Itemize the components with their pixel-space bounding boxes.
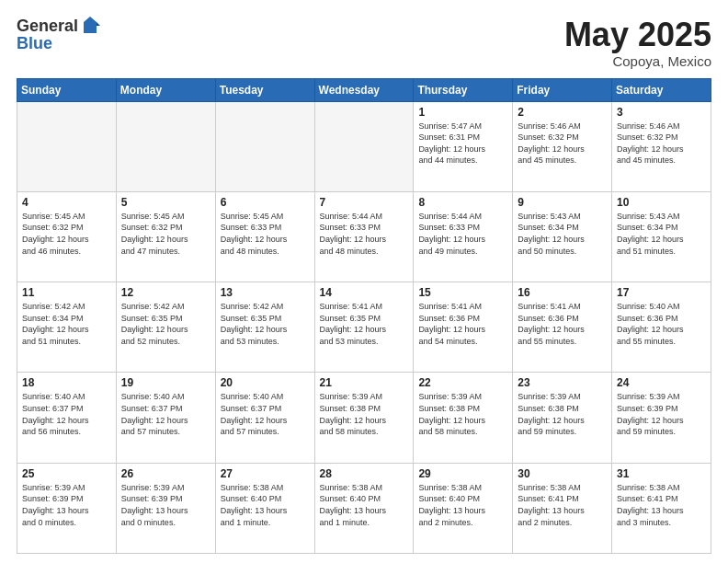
day-cell: 24Sunrise: 5:39 AM Sunset: 6:39 PM Dayli…	[612, 373, 711, 463]
day-cell: 7Sunrise: 5:44 AM Sunset: 6:33 PM Daylig…	[314, 191, 414, 282]
location: Copoya, Mexico	[564, 53, 711, 69]
day-number: 14	[320, 286, 409, 299]
day-info: Sunrise: 5:38 AM Sunset: 6:40 PM Dayligh…	[221, 482, 310, 528]
svg-marker-0	[84, 17, 97, 33]
day-number: 30	[518, 467, 607, 480]
day-cell: 2Sunrise: 5:46 AM Sunset: 6:32 PM Daylig…	[513, 101, 612, 191]
day-cell: 23Sunrise: 5:39 AM Sunset: 6:38 PM Dayli…	[513, 373, 612, 463]
day-cell: 20Sunrise: 5:40 AM Sunset: 6:37 PM Dayli…	[215, 373, 314, 463]
day-number: 26	[121, 467, 210, 480]
day-info: Sunrise: 5:46 AM Sunset: 6:32 PM Dayligh…	[617, 121, 706, 167]
day-number: 23	[518, 376, 607, 389]
day-number: 8	[418, 196, 507, 209]
header-wednesday: Wednesday	[314, 78, 414, 101]
header-monday: Monday	[116, 78, 215, 101]
day-info: Sunrise: 5:39 AM Sunset: 6:39 PM Dayligh…	[121, 482, 210, 528]
day-cell: 22Sunrise: 5:39 AM Sunset: 6:38 PM Dayli…	[414, 373, 513, 463]
day-number: 13	[221, 286, 310, 299]
day-info: Sunrise: 5:43 AM Sunset: 6:34 PM Dayligh…	[518, 211, 607, 257]
day-number: 1	[418, 106, 507, 119]
day-cell: 15Sunrise: 5:41 AM Sunset: 6:36 PM Dayli…	[414, 282, 513, 373]
day-number: 25	[22, 467, 111, 480]
calendar-table: Sunday Monday Tuesday Wednesday Thursday…	[17, 78, 711, 554]
day-number: 2	[518, 106, 607, 119]
day-cell: 17Sunrise: 5:40 AM Sunset: 6:36 PM Dayli…	[612, 282, 711, 373]
day-cell	[17, 101, 117, 191]
logo-icon	[80, 17, 100, 35]
day-number: 4	[22, 196, 111, 209]
day-cell: 10Sunrise: 5:43 AM Sunset: 6:34 PM Dayli…	[612, 191, 711, 282]
day-info: Sunrise: 5:38 AM Sunset: 6:41 PM Dayligh…	[518, 482, 607, 528]
day-info: Sunrise: 5:39 AM Sunset: 6:39 PM Dayligh…	[22, 482, 111, 528]
day-cell: 5Sunrise: 5:45 AM Sunset: 6:32 PM Daylig…	[116, 191, 215, 282]
day-info: Sunrise: 5:45 AM Sunset: 6:33 PM Dayligh…	[221, 211, 310, 257]
day-cell	[314, 101, 414, 191]
day-number: 20	[221, 376, 310, 389]
day-info: Sunrise: 5:45 AM Sunset: 6:32 PM Dayligh…	[121, 211, 210, 257]
day-cell: 21Sunrise: 5:39 AM Sunset: 6:38 PM Dayli…	[314, 373, 414, 463]
day-cell: 1Sunrise: 5:47 AM Sunset: 6:31 PM Daylig…	[414, 101, 513, 191]
day-number: 12	[121, 286, 210, 299]
day-info: Sunrise: 5:38 AM Sunset: 6:41 PM Dayligh…	[617, 482, 706, 528]
day-info: Sunrise: 5:38 AM Sunset: 6:40 PM Dayligh…	[418, 482, 507, 528]
week-row-2: 4Sunrise: 5:45 AM Sunset: 6:32 PM Daylig…	[17, 191, 711, 282]
day-info: Sunrise: 5:39 AM Sunset: 6:38 PM Dayligh…	[518, 391, 607, 437]
day-info: Sunrise: 5:41 AM Sunset: 6:35 PM Dayligh…	[320, 301, 409, 347]
day-info: Sunrise: 5:44 AM Sunset: 6:33 PM Dayligh…	[320, 211, 409, 257]
day-cell: 27Sunrise: 5:38 AM Sunset: 6:40 PM Dayli…	[215, 463, 314, 553]
day-number: 5	[121, 196, 210, 209]
header-saturday: Saturday	[612, 78, 711, 101]
header-tuesday: Tuesday	[215, 78, 314, 101]
logo-blue: Blue	[17, 34, 100, 53]
day-cell: 3Sunrise: 5:46 AM Sunset: 6:32 PM Daylig…	[612, 101, 711, 191]
day-number: 29	[418, 467, 507, 480]
month-title: May 2025	[564, 17, 711, 53]
day-info: Sunrise: 5:41 AM Sunset: 6:36 PM Dayligh…	[418, 301, 507, 347]
day-number: 27	[221, 467, 310, 480]
day-cell: 9Sunrise: 5:43 AM Sunset: 6:34 PM Daylig…	[513, 191, 612, 282]
day-number: 7	[320, 196, 409, 209]
day-cell: 31Sunrise: 5:38 AM Sunset: 6:41 PM Dayli…	[612, 463, 711, 553]
day-cell: 18Sunrise: 5:40 AM Sunset: 6:37 PM Dayli…	[17, 373, 117, 463]
day-cell: 11Sunrise: 5:42 AM Sunset: 6:34 PM Dayli…	[17, 282, 117, 373]
week-row-4: 18Sunrise: 5:40 AM Sunset: 6:37 PM Dayli…	[17, 373, 711, 463]
day-info: Sunrise: 5:40 AM Sunset: 6:37 PM Dayligh…	[22, 391, 111, 437]
day-cell: 16Sunrise: 5:41 AM Sunset: 6:36 PM Dayli…	[513, 282, 612, 373]
day-info: Sunrise: 5:44 AM Sunset: 6:33 PM Dayligh…	[418, 211, 507, 257]
day-cell: 30Sunrise: 5:38 AM Sunset: 6:41 PM Dayli…	[513, 463, 612, 553]
day-info: Sunrise: 5:40 AM Sunset: 6:37 PM Dayligh…	[221, 391, 310, 437]
day-info: Sunrise: 5:39 AM Sunset: 6:38 PM Dayligh…	[320, 391, 409, 437]
day-info: Sunrise: 5:46 AM Sunset: 6:32 PM Dayligh…	[518, 121, 607, 167]
logo-text: General Blue	[17, 17, 100, 53]
week-row-5: 25Sunrise: 5:39 AM Sunset: 6:39 PM Dayli…	[17, 463, 711, 553]
day-info: Sunrise: 5:39 AM Sunset: 6:39 PM Dayligh…	[617, 391, 706, 437]
day-number: 19	[121, 376, 210, 389]
day-number: 6	[221, 196, 310, 209]
day-number: 17	[617, 286, 706, 299]
day-number: 24	[617, 376, 706, 389]
day-number: 10	[617, 196, 706, 209]
logo: General Blue	[17, 17, 100, 53]
day-cell	[215, 101, 314, 191]
day-cell: 8Sunrise: 5:44 AM Sunset: 6:33 PM Daylig…	[414, 191, 513, 282]
week-row-3: 11Sunrise: 5:42 AM Sunset: 6:34 PM Dayli…	[17, 282, 711, 373]
day-cell: 28Sunrise: 5:38 AM Sunset: 6:40 PM Dayli…	[314, 463, 414, 553]
day-number: 16	[518, 286, 607, 299]
day-number: 22	[418, 376, 507, 389]
header: General Blue May 2025 Copoya, Mexico	[17, 17, 711, 69]
day-cell: 19Sunrise: 5:40 AM Sunset: 6:37 PM Dayli…	[116, 373, 215, 463]
day-number: 9	[518, 196, 607, 209]
day-number: 28	[320, 467, 409, 480]
header-friday: Friday	[513, 78, 612, 101]
day-info: Sunrise: 5:42 AM Sunset: 6:35 PM Dayligh…	[121, 301, 210, 347]
day-info: Sunrise: 5:45 AM Sunset: 6:32 PM Dayligh…	[22, 211, 111, 257]
day-number: 31	[617, 467, 706, 480]
day-number: 11	[22, 286, 111, 299]
day-info: Sunrise: 5:42 AM Sunset: 6:35 PM Dayligh…	[221, 301, 310, 347]
header-sunday: Sunday	[17, 78, 117, 101]
title-area: May 2025 Copoya, Mexico	[564, 17, 711, 69]
day-info: Sunrise: 5:47 AM Sunset: 6:31 PM Dayligh…	[418, 121, 507, 167]
day-number: 3	[617, 106, 706, 119]
day-info: Sunrise: 5:43 AM Sunset: 6:34 PM Dayligh…	[617, 211, 706, 257]
svg-marker-1	[97, 22, 100, 26]
